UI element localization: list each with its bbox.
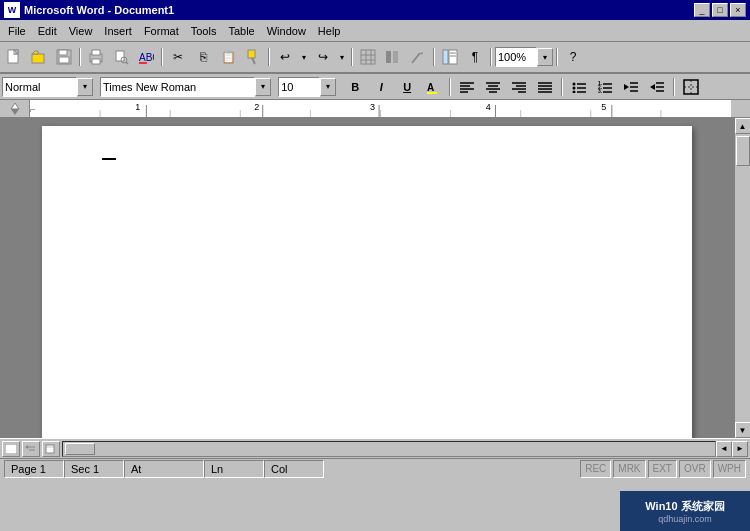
numbering-button[interactable]: 1.2.3. — [593, 76, 617, 98]
align-right-button[interactable] — [507, 76, 531, 98]
svg-marker-59 — [624, 84, 629, 90]
app-icon[interactable]: W — [4, 2, 20, 18]
fmt-sep2 — [559, 76, 565, 98]
svg-text:5: 5 — [601, 102, 606, 112]
menu-file[interactable]: File — [2, 21, 32, 41]
rec-indicator[interactable]: REC — [580, 460, 611, 478]
outline-view-button[interactable] — [22, 441, 40, 457]
insert-table-button[interactable] — [356, 46, 380, 68]
watermark: Win10 系统家园 qdhuajin.com — [620, 491, 750, 531]
horizontal-scroll-thumb[interactable] — [65, 443, 95, 455]
redo-dropdown[interactable]: ▾ — [336, 46, 348, 68]
minimize-button[interactable]: _ — [694, 3, 710, 17]
position-status: At — [124, 460, 204, 478]
svg-line-15 — [252, 58, 255, 64]
align-center-button[interactable] — [481, 76, 505, 98]
spell-check-button[interactable]: ABC — [134, 46, 158, 68]
sep7 — [554, 46, 560, 68]
document-cursor — [102, 158, 116, 160]
justify-button[interactable] — [533, 76, 557, 98]
sep3 — [266, 46, 272, 68]
style-dropdown-arrow[interactable]: ▾ — [77, 78, 93, 96]
size-dropdown-arrow[interactable]: ▾ — [320, 78, 336, 96]
sec-status: Sec 1 — [64, 460, 124, 478]
status-bar: Page 1 Sec 1 At Ln Col REC MRK EXT OVR W… — [0, 458, 750, 478]
zoom-dropdown-arrow[interactable]: ▾ — [537, 48, 553, 66]
fmt-sep1 — [447, 76, 453, 98]
paste-button[interactable]: 📋 — [216, 46, 240, 68]
undo-dropdown[interactable]: ▾ — [298, 46, 310, 68]
svg-marker-63 — [650, 84, 655, 90]
menu-view[interactable]: View — [63, 21, 99, 41]
watermark-content: Win10 系统家园 qdhuajin.com — [645, 499, 724, 524]
document-map-button[interactable] — [438, 46, 462, 68]
title-text: Microsoft Word - Document1 — [24, 4, 174, 16]
menu-format[interactable]: Format — [138, 21, 185, 41]
highlight-button[interactable]: A — [421, 76, 445, 98]
sep6 — [488, 46, 494, 68]
bold-button[interactable]: B — [343, 76, 367, 98]
document-area[interactable] — [0, 118, 734, 438]
svg-rect-22 — [393, 51, 398, 63]
redo-button[interactable]: ↪ — [311, 46, 335, 68]
zoom-input[interactable]: 100% — [495, 47, 537, 67]
scroll-right-button[interactable]: ► — [732, 441, 748, 457]
close-button[interactable]: × — [730, 3, 746, 17]
undo-button[interactable]: ↩ — [273, 46, 297, 68]
font-control: Times New Roman ▾ — [100, 77, 271, 97]
menu-insert[interactable]: Insert — [98, 21, 138, 41]
ruler-right — [732, 100, 750, 118]
tab-stop-marker: ⌐ — [30, 104, 36, 115]
standard-toolbar: ABC ✂ ⎘ 📋 ↩ ▾ ↪ ▾ ¶ — [0, 42, 750, 74]
format-painter-button[interactable] — [241, 46, 265, 68]
size-value: 10 — [281, 81, 293, 93]
ln-label: Ln — [211, 463, 223, 475]
restore-button[interactable]: □ — [712, 3, 728, 17]
document-page[interactable] — [42, 126, 692, 438]
italic-button[interactable]: I — [369, 76, 393, 98]
size-input[interactable]: 10 — [278, 77, 320, 97]
columns-button[interactable] — [381, 46, 405, 68]
font-input[interactable]: Times New Roman — [100, 77, 255, 97]
ext-indicator[interactable]: EXT — [648, 460, 677, 478]
status-indicators: REC MRK EXT OVR WPH — [580, 460, 746, 478]
normal-view-button[interactable] — [2, 441, 20, 457]
copy-button[interactable]: ⎘ — [191, 46, 215, 68]
help-button[interactable]: ? — [561, 46, 585, 68]
ovr-indicator[interactable]: OVR — [679, 460, 711, 478]
wph-indicator[interactable]: WPH — [713, 460, 746, 478]
page-layout-button[interactable] — [42, 441, 60, 457]
borders-button[interactable] — [679, 76, 703, 98]
show-hide-button[interactable]: ¶ — [463, 46, 487, 68]
scroll-down-button[interactable]: ▼ — [735, 422, 751, 438]
decrease-indent-button[interactable] — [619, 76, 643, 98]
font-dropdown-arrow[interactable]: ▾ — [255, 78, 271, 96]
sep5 — [431, 46, 437, 68]
scroll-left-button[interactable]: ◄ — [716, 441, 732, 457]
sep4 — [349, 46, 355, 68]
align-left-button[interactable] — [455, 76, 479, 98]
menu-window[interactable]: Window — [261, 21, 312, 41]
menu-table[interactable]: Table — [222, 21, 260, 41]
menu-tools[interactable]: Tools — [185, 21, 223, 41]
open-button[interactable] — [27, 46, 51, 68]
menu-edit[interactable]: Edit — [32, 21, 63, 41]
scroll-thumb[interactable] — [736, 136, 750, 166]
scroll-up-button[interactable]: ▲ — [735, 118, 751, 134]
print-button[interactable] — [84, 46, 108, 68]
new-button[interactable] — [2, 46, 26, 68]
print-preview-button[interactable] — [109, 46, 133, 68]
bullets-button[interactable] — [567, 76, 591, 98]
scroll-track[interactable] — [735, 134, 751, 422]
style-input[interactable]: Normal — [2, 77, 77, 97]
save-button[interactable] — [52, 46, 76, 68]
drawing-button[interactable] — [406, 46, 430, 68]
ruler-track[interactable]: 1 2 3 4 5 ⌐ — [30, 100, 732, 118]
style-value: Normal — [5, 81, 40, 93]
underline-button[interactable]: U — [395, 76, 419, 98]
mrk-indicator[interactable]: MRK — [613, 460, 645, 478]
increase-indent-button[interactable] — [645, 76, 669, 98]
horizontal-scroll-track[interactable] — [62, 441, 716, 457]
menu-help[interactable]: Help — [312, 21, 347, 41]
cut-button[interactable]: ✂ — [166, 46, 190, 68]
